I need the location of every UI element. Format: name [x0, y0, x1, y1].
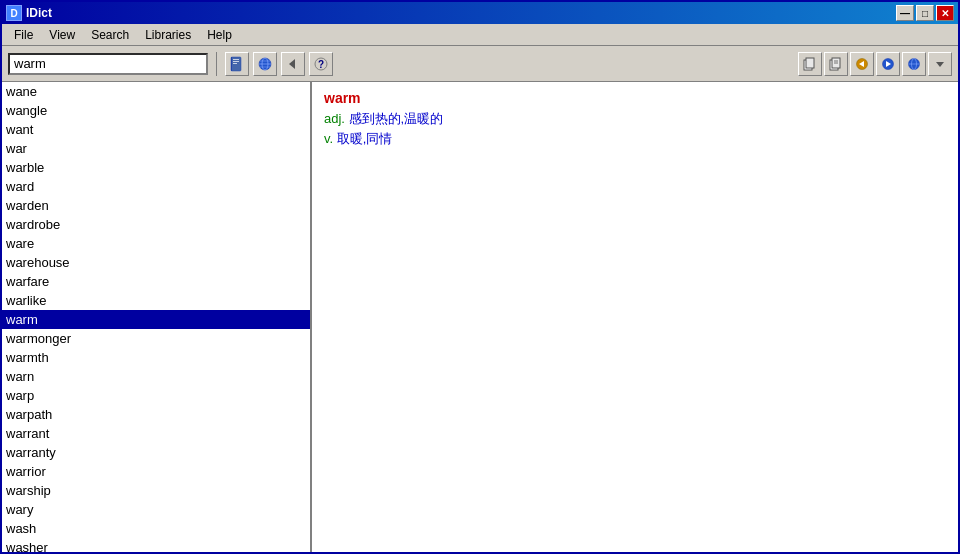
def-meaning-1: 感到热的,温暖的 — [349, 111, 444, 126]
list-item[interactable]: ware — [2, 234, 310, 253]
svg-rect-2 — [233, 61, 239, 62]
close-button[interactable]: ✕ — [936, 5, 954, 21]
menu-bar: File View Search Libraries Help — [2, 24, 958, 46]
list-item[interactable]: warranty — [2, 443, 310, 462]
list-item[interactable]: warpath — [2, 405, 310, 424]
window-controls: — □ ✕ — [896, 5, 954, 21]
main-content: wanewanglewantwarwarblewardwardenwardrob… — [2, 82, 958, 552]
copy-button-1[interactable] — [798, 52, 822, 76]
search-input[interactable] — [8, 53, 208, 75]
svg-rect-3 — [233, 63, 237, 64]
list-item[interactable]: wangle — [2, 101, 310, 120]
menu-file[interactable]: File — [6, 26, 41, 44]
definition-word: warm — [324, 90, 946, 106]
maximize-button[interactable]: □ — [916, 5, 934, 21]
nav-forward-button[interactable] — [876, 52, 900, 76]
list-item[interactable]: warmth — [2, 348, 310, 367]
def-meaning-2: 取暖,同情 — [337, 131, 393, 146]
right-toolbar — [798, 52, 952, 76]
word-list[interactable]: wanewanglewantwarwarblewardwardenwardrob… — [2, 82, 310, 552]
menu-libraries[interactable]: Libraries — [137, 26, 199, 44]
menu-search[interactable]: Search — [83, 26, 137, 44]
svg-text:?: ? — [318, 59, 324, 70]
list-item[interactable]: wary — [2, 500, 310, 519]
title-bar: D IDict — □ ✕ — [2, 2, 958, 24]
list-item[interactable]: warm — [2, 310, 310, 329]
def-pos-2: v. — [324, 131, 337, 146]
list-item[interactable]: warden — [2, 196, 310, 215]
list-item[interactable]: warble — [2, 158, 310, 177]
globe-button-2[interactable] — [902, 52, 926, 76]
main-window: D IDict — □ ✕ File View Search Libraries… — [0, 0, 960, 554]
globe-button[interactable] — [253, 52, 277, 76]
back-button[interactable] — [281, 52, 305, 76]
definition-line-1: adj. 感到热的,温暖的 — [324, 110, 946, 128]
toolbar: ? — [2, 46, 958, 82]
svg-rect-1 — [233, 59, 239, 60]
book-icon-button[interactable] — [225, 52, 249, 76]
def-pos-1: adj. — [324, 111, 349, 126]
menu-view[interactable]: View — [41, 26, 83, 44]
copy-button-2[interactable] — [824, 52, 848, 76]
list-item[interactable]: warlike — [2, 291, 310, 310]
word-list-pane: wanewanglewantwarwarblewardwardenwardrob… — [2, 82, 312, 552]
nav-back-button[interactable] — [850, 52, 874, 76]
help-button[interactable]: ? — [309, 52, 333, 76]
definition-line-2: v. 取暖,同情 — [324, 130, 946, 148]
list-item[interactable]: warp — [2, 386, 310, 405]
list-item[interactable]: warehouse — [2, 253, 310, 272]
list-item[interactable]: warship — [2, 481, 310, 500]
toolbar-separator-1 — [216, 52, 217, 76]
list-item[interactable]: warn — [2, 367, 310, 386]
list-item[interactable]: warrant — [2, 424, 310, 443]
svg-rect-14 — [806, 58, 814, 68]
svg-rect-4 — [231, 57, 232, 71]
list-item[interactable]: washer — [2, 538, 310, 552]
minimize-button[interactable]: — — [896, 5, 914, 21]
list-item[interactable]: wane — [2, 82, 310, 101]
list-item[interactable]: wardrobe — [2, 215, 310, 234]
list-item[interactable]: war — [2, 139, 310, 158]
list-item[interactable]: want — [2, 120, 310, 139]
menu-help[interactable]: Help — [199, 26, 240, 44]
svg-marker-26 — [936, 62, 944, 67]
list-item[interactable]: ward — [2, 177, 310, 196]
list-item[interactable]: warrior — [2, 462, 310, 481]
app-icon: D — [6, 5, 22, 21]
list-item[interactable]: warmonger — [2, 329, 310, 348]
dropdown-button[interactable] — [928, 52, 952, 76]
svg-marker-10 — [289, 59, 295, 69]
list-item[interactable]: wash — [2, 519, 310, 538]
app-title: IDict — [26, 6, 896, 20]
list-item[interactable]: warfare — [2, 272, 310, 291]
definition-pane: warm adj. 感到热的,温暖的 v. 取暖,同情 — [312, 82, 958, 552]
